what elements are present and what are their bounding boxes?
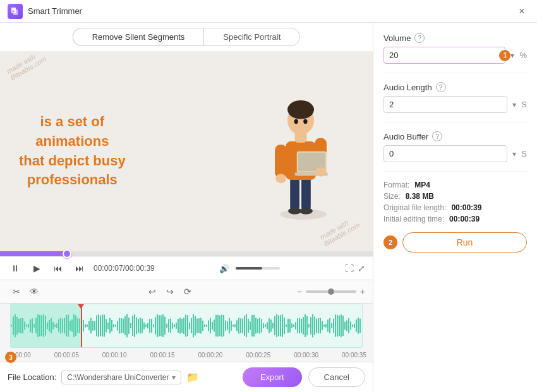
audio-buffer-arrow[interactable]: ▾ [511, 148, 517, 160]
progress-thumb[interactable] [63, 249, 71, 258]
title-bar-left: + Smart Trimmer [8, 4, 82, 19]
ruler-mark: 00:00:15 [150, 352, 175, 359]
ruler-mark: 00:00:25 [246, 352, 270, 359]
orig-length-val: 00:00:39 [451, 203, 481, 212]
text-line4: professionals [19, 170, 126, 190]
waveform-container[interactable] [10, 304, 363, 348]
audio-buffer-label-row: Audio Buffer ? [383, 131, 527, 141]
orig-length-key: Original file length: [383, 203, 446, 212]
redo-button[interactable]: ↪ [161, 283, 179, 300]
zoom-controls: − + [297, 287, 365, 297]
divider-2 [383, 122, 527, 122]
tab-specific-portrait[interactable]: Specific Portrait [203, 28, 300, 46]
divider-3 [383, 171, 527, 172]
text-line1: is a set of [19, 112, 126, 132]
size-key: Size: [383, 192, 401, 201]
volume-slider[interactable] [236, 267, 280, 270]
zoom-thumb [328, 288, 334, 295]
prev-button[interactable]: ⏮ [51, 261, 66, 276]
size-row: Size: 8.38 MB [383, 192, 527, 201]
audio-length-help-icon[interactable]: ? [436, 82, 446, 92]
zoom-in-button[interactable]: + [360, 287, 365, 297]
right-panel: Volume ? 1 ▾ % Audio Length ? ▾ [373, 23, 537, 392]
volume-input-row: 1 ▾ % [383, 47, 527, 64]
play-button[interactable]: ▶ [29, 261, 44, 276]
waveform-highlight [11, 304, 81, 347]
audio-buffer-help-icon[interactable]: ? [432, 131, 442, 141]
audio-buffer-label: Audio Buffer [383, 132, 428, 141]
folder-button[interactable]: 📁 [186, 371, 199, 383]
run-button[interactable]: Run [402, 232, 527, 252]
video-content: is a set of animations that depict busy … [0, 76, 373, 227]
view-icons: ⛶ ⤢ [345, 263, 365, 273]
close-button[interactable]: × [514, 4, 529, 19]
audio-length-group: Audio Length ? ▾ S [383, 82, 527, 113]
audio-buffer-group: Audio Buffer ? ▾ S [383, 131, 527, 162]
main-content: Remove Silent Segments Specific Portrait… [0, 23, 537, 392]
volume-group: Volume ? 1 ▾ % [383, 33, 527, 64]
volume-icon: 🔊 [219, 264, 229, 273]
svg-point-7 [299, 208, 313, 215]
audio-length-arrow[interactable]: ▾ [511, 99, 517, 110]
zoom-out-button[interactable]: − [297, 287, 302, 297]
svg-point-17 [289, 105, 313, 119]
volume-unit: % [519, 50, 527, 60]
timeline-ruler: 00:00:0000:00:0500:00:1000:00:1500:00:20… [0, 348, 373, 362]
audio-length-input[interactable] [383, 96, 507, 113]
file-select[interactable]: C:\Wondershare UniConverter ▾ [61, 371, 181, 384]
run-badge: 2 [383, 235, 397, 249]
forward-button[interactable]: ⟳ [179, 283, 196, 300]
undo-button[interactable]: ↩ [143, 283, 161, 300]
audio-buffer-input-row: ▾ S [383, 145, 527, 162]
file-select-arrow: ▾ [172, 373, 176, 382]
svg-point-18 [294, 119, 298, 123]
zoom-slider[interactable] [306, 290, 356, 293]
expand-button[interactable]: ⤢ [358, 263, 365, 273]
next-button[interactable]: ⏭ [72, 261, 87, 276]
controls-bar: ⏸ ▶ ⏮ ⏭ 00:00:07/00:00:39 🔊 ⛶ ⤢ [0, 256, 373, 280]
format-row: Format: MP4 [383, 181, 527, 189]
audio-length-label: Audio Length [383, 83, 432, 92]
cancel-button[interactable]: Cancel [308, 367, 365, 387]
ruler-mark: 00:00:20 [198, 352, 222, 359]
run-button-container: 2 Run [383, 232, 527, 252]
progress-bar[interactable] [0, 251, 373, 256]
svg-point-21 [315, 167, 326, 176]
pause-button[interactable]: ⏸ [8, 261, 23, 276]
orig-length-row: Original file length: 00:00:39 [383, 203, 527, 212]
scissors-tool[interactable]: ✂ [8, 283, 25, 300]
fullscreen-button[interactable]: ⛶ [345, 263, 354, 273]
waveform-wrapper [0, 304, 373, 348]
eye-tool[interactable]: 👁 [25, 283, 43, 300]
export-button[interactable]: Export [243, 367, 302, 387]
volume-input[interactable] [383, 47, 505, 64]
file-label: File Location: [8, 372, 56, 382]
tab-remove-silent[interactable]: Remove Silent Segments [73, 28, 204, 46]
time-display: 00:00:07/00:00:39 [94, 264, 155, 273]
svg-rect-5 [301, 174, 311, 211]
audio-buffer-input[interactable] [383, 145, 507, 162]
init-edit-key: Initial editing time: [383, 215, 444, 223]
audio-buffer-unit: S [521, 149, 527, 158]
video-preview: made withBiteable.com is a set of animat… [0, 51, 373, 251]
divider-1 [383, 73, 527, 73]
file-bar: File Location: C:\Wondershare UniConvert… [0, 362, 373, 392]
timeline-badge: 3 [5, 352, 16, 363]
size-val: 8.38 MB [406, 192, 434, 201]
timeline-tools: ✂ 👁 ↩ ↪ ⟳ − + [0, 280, 373, 304]
audio-length-label-row: Audio Length ? [383, 82, 527, 92]
ruler-mark: 00:00:30 [294, 352, 318, 359]
playhead-top [78, 304, 84, 309]
file-path: C:\Wondershare UniConverter [67, 373, 169, 382]
audio-length-unit: S [521, 100, 527, 109]
volume-label: Volume [383, 33, 411, 43]
ruler-mark: 00:00:35 [342, 352, 366, 359]
tab-bar: Remove Silent Segments Specific Portrait [0, 23, 373, 51]
info-section: Format: MP4 Size: 8.38 MB Original file … [383, 181, 527, 223]
playhead [81, 304, 82, 347]
volume-help-icon[interactable]: ? [414, 33, 425, 43]
audio-length-input-row: ▾ S [383, 96, 527, 113]
text-line2: animations [19, 132, 126, 151]
volume-input-wrapper: 1 [383, 47, 505, 64]
volume-badge: 1 [499, 50, 510, 61]
